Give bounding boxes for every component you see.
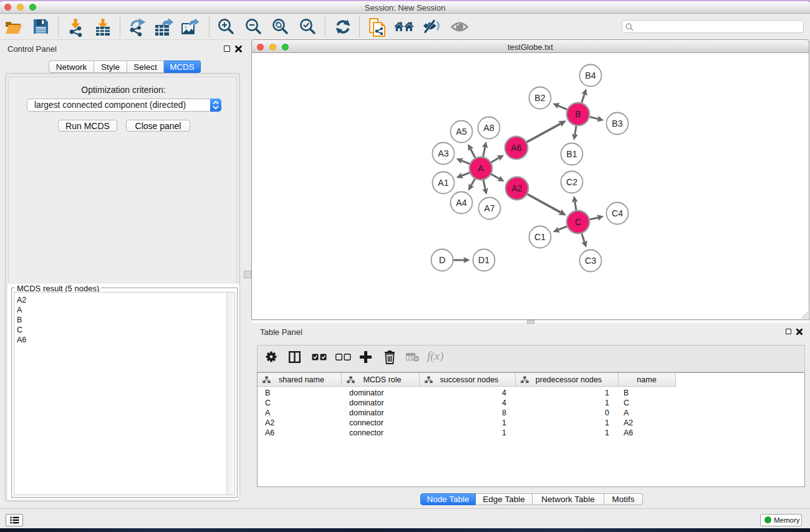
svg-text:A: A bbox=[478, 163, 484, 173]
svg-text:C4: C4 bbox=[612, 208, 623, 218]
svg-text:A4: A4 bbox=[456, 198, 466, 208]
svg-text:B1: B1 bbox=[566, 149, 577, 159]
svg-text:D1: D1 bbox=[478, 255, 489, 265]
svg-text:B2: B2 bbox=[534, 93, 545, 103]
svg-text:C: C bbox=[575, 217, 581, 227]
svg-text:A5: A5 bbox=[456, 127, 466, 137]
svg-text:B3: B3 bbox=[612, 118, 622, 128]
svg-text:A7: A7 bbox=[484, 203, 494, 213]
svg-text:B: B bbox=[575, 109, 581, 119]
svg-text:A1: A1 bbox=[438, 178, 448, 188]
svg-text:D: D bbox=[439, 255, 445, 265]
svg-text:C1: C1 bbox=[534, 232, 546, 242]
svg-text:A3: A3 bbox=[438, 148, 448, 158]
svg-text:A6: A6 bbox=[511, 143, 521, 153]
svg-text:A8: A8 bbox=[483, 123, 494, 133]
svg-text:C3: C3 bbox=[585, 256, 596, 266]
svg-text:A2: A2 bbox=[511, 183, 522, 193]
svg-text:B4: B4 bbox=[585, 70, 595, 80]
svg-text:C2: C2 bbox=[566, 177, 577, 187]
